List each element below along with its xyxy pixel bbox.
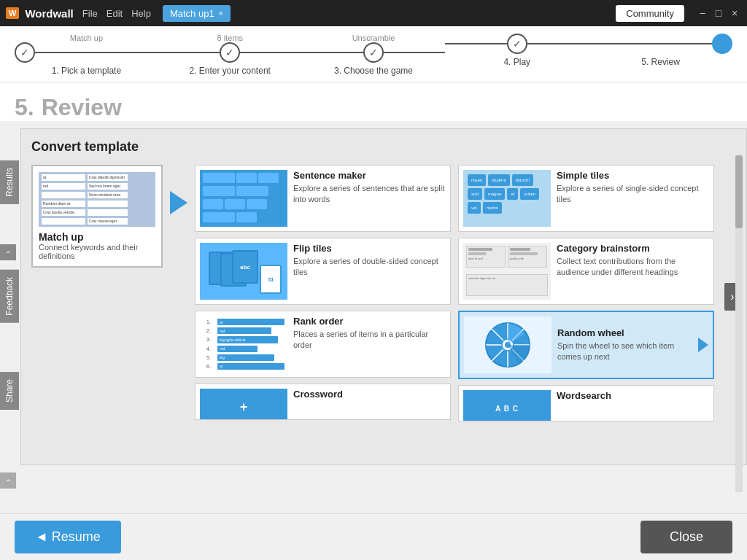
source-name: Match up: [39, 231, 155, 243]
results-tab[interactable]: Results: [0, 160, 19, 204]
step-5-circle: [712, 34, 732, 54]
target-sentence-maker[interactable]: Sentence maker Explore a series of sente…: [195, 165, 451, 232]
tab-label: Match up1: [170, 8, 214, 19]
tab-close-icon[interactable]: ×: [219, 9, 223, 18]
step-4-line-l: [445, 43, 508, 44]
progress-step-5: 5. Review: [589, 34, 732, 67]
window-close-icon[interactable]: ×: [728, 7, 741, 19]
community-button[interactable]: Community: [616, 5, 684, 22]
rank-order-name: Rank order: [293, 316, 446, 327]
window-controls: − □ ×: [696, 7, 741, 19]
tile4: and: [468, 188, 482, 200]
menu-help[interactable]: Help: [131, 8, 151, 19]
progress-step-1: Match up ✓ 1. Pick a template: [15, 34, 158, 76]
flip-tiles-desc: Explore a series of double-sided concept…: [293, 256, 446, 279]
results-expand-icon[interactable]: ›: [0, 244, 16, 260]
category-brainstorm-desc: Collect text contributions from the audi…: [557, 256, 709, 279]
scrollbar-thumb[interactable]: [735, 155, 743, 228]
step-4-line-r: [526, 43, 589, 44]
arrow-right-icon: [170, 191, 187, 214]
target-simple-tiles[interactable]: riquet student bianchi and magna et suke…: [458, 165, 714, 232]
step-3-line-l: [302, 52, 365, 53]
resume-button[interactable]: ◄ Resume: [15, 521, 121, 553]
scrollbar-track[interactable]: [735, 155, 743, 492]
target-category-brainstorm[interactable]: date id and praifin with vamettis dignis…: [458, 238, 714, 305]
step-2-line-r: [239, 52, 301, 53]
step-1-sublabel: Match up: [70, 34, 103, 42]
close-button[interactable]: Close: [640, 521, 732, 553]
source-template-card: atCras blandit dignissim redSed nisi lor…: [31, 165, 163, 268]
step-3-sublabel: Unscramble: [352, 34, 395, 42]
simple-tiles-desc: Explore a series of single-sided concept…: [557, 183, 709, 206]
menu-file[interactable]: File: [82, 8, 98, 19]
step-3-line-r: [382, 52, 445, 53]
app-logo: W: [6, 7, 19, 19]
category-brainstorm-name: Category brainstorm: [557, 243, 709, 254]
wheel-svg: [475, 319, 541, 371]
tile8: vel: [468, 202, 481, 214]
targets-col-1: Sentence maker Explore a series of sente…: [195, 165, 451, 420]
menu-edit[interactable]: Edit: [107, 8, 123, 19]
step-number: 5.: [15, 94, 34, 120]
step-4-label: 4. Play: [503, 57, 530, 67]
random-wheel-name: Random wheel: [557, 327, 692, 338]
step-3-label: 3. Choose the game: [334, 66, 413, 76]
sentence-maker-name: Sentence maker: [293, 170, 446, 181]
rank-order-desc: Places a series of items in a particular…: [293, 329, 446, 351]
progress-step-3: Unscramble ✓ 3. Choose the game: [302, 34, 446, 76]
share-tab[interactable]: Share: [0, 372, 19, 410]
active-tab[interactable]: Match up1 ×: [163, 5, 231, 22]
bottom-bar: ◄ Resume Close: [0, 513, 747, 560]
step-1-label: 1. Pick a template: [52, 66, 121, 76]
simple-tiles-name: Simple tiles: [557, 170, 709, 181]
app-brand: Wordwall: [25, 7, 73, 20]
step-5-line-l: [589, 43, 713, 44]
step-1-line: [34, 52, 158, 53]
progress-step-2: 8 items ✓ 2. Enter your content: [158, 34, 302, 76]
convert-arrow: [170, 191, 187, 214]
maximize-icon[interactable]: □: [712, 7, 725, 19]
tile7: suken: [520, 188, 539, 200]
tile9: mattis: [483, 202, 502, 214]
feedback-tab[interactable]: Feedback: [0, 270, 19, 323]
target-wordsearch[interactable]: A B C Wordsearch: [458, 385, 714, 421]
wordsearch-name: Wordsearch: [557, 390, 709, 401]
random-wheel-arrow: [698, 338, 708, 352]
minimize-icon[interactable]: −: [696, 7, 709, 19]
target-rank-order[interactable]: 1.2.3. 4.5.6. at red lag aglia vehicle r…: [195, 311, 451, 378]
share-expand-icon[interactable]: ›: [0, 472, 16, 489]
convert-panel: Convert template atCras blandit dignissi…: [20, 128, 747, 465]
target-random-wheel[interactable]: Random wheel Spin the wheel to see which…: [458, 311, 714, 379]
step-4-circle: ✓: [507, 34, 527, 54]
progress-step-4: ✓ 4. Play: [445, 34, 589, 67]
step-2-label: 2. Enter your content: [189, 66, 270, 76]
main-content: 5.Review: [0, 82, 747, 121]
sentence-maker-desc: Explore a series of sentences that are s…: [293, 183, 446, 206]
tile3: bianchi: [512, 174, 533, 186]
random-wheel-desc: Spin the wheel to see which item comes u…: [557, 341, 692, 363]
step-2-line-l: [158, 52, 221, 53]
convert-title: Convert template: [31, 139, 714, 155]
tile6: et: [507, 188, 518, 200]
titlebar: W Wordwall File Edit Help Match up1 × Co…: [0, 0, 747, 26]
targets-col-2: riquet student bianchi and magna et suke…: [458, 165, 714, 421]
page-title: 5.Review: [15, 94, 732, 121]
step-2-sublabel: 8 items: [217, 34, 242, 42]
source-description: Connect keywords and their definitions: [39, 243, 155, 260]
flip-tiles-name: Flip tiles: [293, 243, 446, 254]
target-crossword[interactable]: + Crossword: [195, 384, 451, 420]
step-5-label: 5. Review: [641, 57, 680, 67]
tile5: magna: [484, 188, 505, 200]
step-3-circle: ✓: [363, 42, 384, 63]
tile1: riquet: [468, 174, 486, 186]
progress-bar: Match up ✓ 1. Pick a template 8 items ✓ …: [0, 26, 747, 82]
target-flip-tiles[interactable]: abc 🖼 Flip tiles Explore a series of dou…: [195, 238, 451, 305]
crossword-name: Crossword: [293, 389, 446, 400]
step-1-circle: ✓: [15, 42, 35, 63]
tile2: student: [488, 174, 510, 186]
step-2-circle: ✓: [220, 42, 240, 63]
template-grid: atCras blandit dignissim redSed nisi lor…: [31, 165, 714, 421]
